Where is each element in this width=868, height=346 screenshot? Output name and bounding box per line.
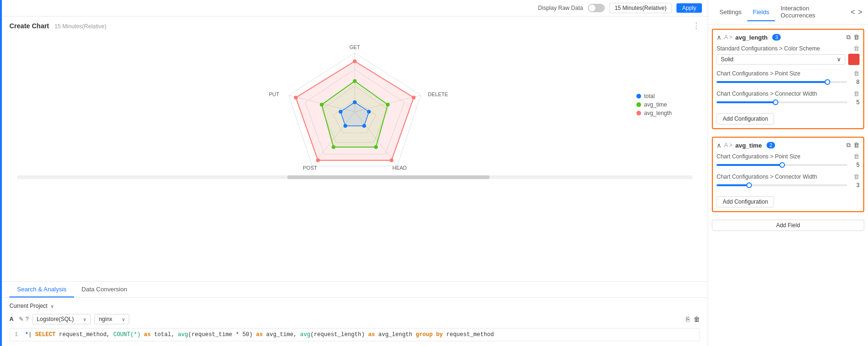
query-actions: ⎘ 🗑 <box>686 315 700 323</box>
field-path-avg-length: A > <box>724 34 733 41</box>
chart-title: Create Chart <box>9 22 49 30</box>
svg-point-19 <box>332 145 335 149</box>
scroll-thumb[interactable] <box>287 175 490 179</box>
chart-title-group: Create Chart 15 Minutes(Relative) <box>9 22 106 30</box>
project-dropdown-arrow[interactable]: ∨ <box>50 304 54 309</box>
point-size-slider-avg-time[interactable] <box>717 164 847 166</box>
delete-icon[interactable]: 🗑 <box>693 315 700 323</box>
connector-thumb-avg-time[interactable] <box>746 182 752 188</box>
legend-dot-total <box>636 94 641 99</box>
collapse-avg-time[interactable]: ∧ <box>717 141 721 149</box>
config-point-size-label-avg-time: Chart Configurations > Point Size 🗑 <box>717 153 860 160</box>
config-connector-delete[interactable]: 🗑 <box>853 90 860 97</box>
svg-point-13 <box>316 158 320 162</box>
point-size-value-avg-time: 5 <box>851 162 860 168</box>
toggle-knob <box>589 5 595 11</box>
panel-tab-settings[interactable]: Settings <box>714 4 747 21</box>
config-point-delete[interactable]: 🗑 <box>853 70 860 77</box>
code-avg2-args: (request_length) <box>310 331 368 338</box>
edit-icon[interactable]: ✎ <box>19 316 24 322</box>
panel-nav-prev[interactable]: < <box>851 8 855 16</box>
code-content[interactable]: *| SELECT request_method, COUNT(*) as to… <box>25 331 695 338</box>
config-color-scheme-label: Standard Configurations > Color Scheme 🗑 <box>717 45 860 52</box>
field-icons-avg-time: ⧉ 🗑 <box>846 141 860 149</box>
connector-width-slider[interactable] <box>717 101 847 103</box>
legend-item-avg-length: avg_length <box>636 110 672 116</box>
point-size-thumb-avg-time[interactable] <box>779 162 785 168</box>
chart-scrollbar[interactable] <box>17 175 693 179</box>
chart-legend: total avg_time avg_length <box>636 93 672 116</box>
code-editor[interactable]: 1 *| SELECT request_method, COUNT(*) as … <box>9 328 700 341</box>
connector-slider-avg-time[interactable] <box>717 184 847 186</box>
svg-point-11 <box>412 96 416 99</box>
svg-point-17 <box>386 103 390 107</box>
svg-point-12 <box>390 158 393 162</box>
legend-label-avg-time: avg_time <box>644 101 667 108</box>
color-swatch[interactable] <box>848 54 860 65</box>
point-size-slider[interactable] <box>717 81 847 83</box>
color-dropdown-arrow: ∨ <box>837 56 841 63</box>
point-size-slider-row-avg-time: 5 <box>717 162 860 168</box>
line-number: 1 <box>15 331 20 338</box>
field-delete-icon-avg-time[interactable]: 🗑 <box>853 141 860 149</box>
panel-nav: < > <box>851 8 862 16</box>
display-raw-toggle[interactable] <box>588 4 605 12</box>
right-panel: Settings Fields Interaction Occurrences … <box>708 0 868 346</box>
code-select: SELECT <box>35 331 56 338</box>
config-point-size-label: Chart Configurations > Point Size 🗑 <box>717 70 860 77</box>
tab-data-conversion[interactable]: Data Conversion <box>74 282 135 297</box>
panel-tab-interaction[interactable]: Interaction Occurrences <box>775 0 851 25</box>
svg-text:HEAD: HEAD <box>392 165 407 171</box>
help-icon[interactable]: ? <box>25 316 29 322</box>
svg-point-25 <box>343 124 347 128</box>
tab-search-analysis[interactable]: Search & Analysis <box>9 282 74 297</box>
time-range-button[interactable]: 15 Minutes(Relative) <box>609 3 672 13</box>
add-config-btn-avg-time[interactable]: Add Configuration <box>717 196 774 207</box>
config-connector-label: Chart Configurations > Connector Width 🗑 <box>717 90 860 97</box>
svg-point-24 <box>362 124 366 128</box>
field-icons-avg-length: ⧉ 🗑 <box>846 33 860 41</box>
collapse-avg-length[interactable]: ∧ <box>717 33 721 41</box>
code-count: COUNT(*) <box>113 331 141 338</box>
code-text1: request_method, <box>56 331 113 338</box>
connector-value-avg-time: 3 <box>851 182 860 189</box>
add-config-btn-avg-length[interactable]: Add Configuration <box>717 113 774 124</box>
legend-dot-avg-length <box>636 111 641 115</box>
panel-tab-fields[interactable]: Fields <box>747 4 775 21</box>
svg-point-18 <box>374 145 378 149</box>
add-field-btn[interactable]: Add Field <box>712 220 864 231</box>
copy-icon[interactable]: ⎘ <box>686 315 690 323</box>
connector-width-slider-row: 5 <box>717 99 860 106</box>
panel-nav-next[interactable]: > <box>858 8 862 16</box>
bottom-tabs-bar: Search & Analysis Data Conversion <box>2 282 708 298</box>
connector-slider-row-avg-time: 3 <box>717 182 860 189</box>
field-header-avg-time: ∧ A > avg_time 2 ⧉ 🗑 <box>717 141 860 149</box>
field-edit-icon-avg-length[interactable]: ⧉ <box>846 33 851 41</box>
code-avg2: avg <box>300 331 310 338</box>
radar-chart: GET DELETE HEAD POST PUT <box>260 39 449 171</box>
field-header-avg-length: ∧ A > avg_length 3 ⧉ 🗑 <box>717 33 860 41</box>
config-point-delete-avg-time[interactable]: 🗑 <box>853 153 860 160</box>
logstore-select[interactable]: Logstore(SQL) ∨ <box>33 314 91 324</box>
code-as1 <box>141 331 144 338</box>
config-connector-avg-time: Chart Configurations > Connector Width 🗑… <box>717 173 860 189</box>
legend-item-avg-time: avg_time <box>636 101 672 108</box>
config-color-delete[interactable]: 🗑 <box>853 45 860 52</box>
chart-more-icon[interactable]: ⋮ <box>693 21 700 30</box>
point-size-thumb[interactable] <box>825 79 830 85</box>
connector-thumb[interactable] <box>773 99 778 105</box>
store-select[interactable]: nginx ∨ <box>94 314 129 324</box>
field-edit-icon-avg-time[interactable]: ⧉ <box>846 141 851 149</box>
apply-button[interactable]: Apply <box>676 3 702 13</box>
query-icons: ✎ ? <box>19 316 29 322</box>
code-group: group by <box>416 331 443 338</box>
config-connector-width: Chart Configurations > Connector Width 🗑… <box>717 90 860 106</box>
color-scheme-dropdown[interactable]: Solid ∨ <box>717 54 845 65</box>
field-delete-icon-avg-length[interactable]: 🗑 <box>853 33 860 41</box>
query-row-label: A <box>9 316 15 322</box>
svg-point-10 <box>353 59 357 63</box>
code-as1-kw: as <box>144 331 150 338</box>
code-pipe: | <box>28 331 35 338</box>
connector-fill-avg-time <box>717 184 749 186</box>
config-connector-delete-avg-time[interactable]: 🗑 <box>853 173 860 180</box>
